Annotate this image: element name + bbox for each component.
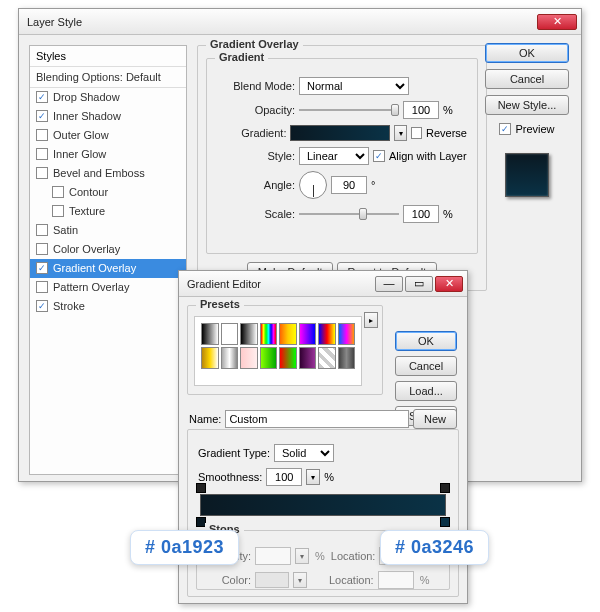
close-icon[interactable]: ✕ [435, 276, 463, 292]
gradient-config-panel: Gradient Type: Solid Smoothness: ▾ % Sto… [187, 429, 459, 597]
align-label: Align with Layer [389, 150, 467, 162]
stop-location-label: Location: [331, 550, 376, 562]
preset-swatch[interactable] [260, 347, 278, 369]
close-icon[interactable]: ✕ [537, 14, 577, 30]
preset-swatch[interactable] [240, 347, 258, 369]
preset-swatch[interactable] [240, 323, 258, 345]
maximize-icon[interactable]: ▭ [405, 276, 433, 292]
style-item-inner-shadow[interactable]: ✓Inner Shadow [30, 107, 186, 126]
style-item-stroke[interactable]: ✓Stroke [30, 297, 186, 316]
ok-button[interactable]: OK [485, 43, 569, 63]
preset-swatch[interactable] [221, 347, 239, 369]
style-item-gradient-overlay[interactable]: ✓Gradient Overlay [30, 259, 186, 278]
smooth-input[interactable] [266, 468, 302, 486]
stop-color-label: Color: [205, 574, 251, 586]
checkbox-icon[interactable] [36, 281, 48, 293]
new-style-button[interactable]: New Style... [485, 95, 569, 115]
checkbox-icon[interactable] [36, 243, 48, 255]
preview-swatch [505, 153, 549, 197]
opacity-label: Opacity: [217, 104, 295, 116]
scale-label: Scale: [217, 208, 295, 220]
blend-mode-label: Blend Mode: [217, 80, 295, 92]
preset-swatch[interactable] [201, 347, 219, 369]
blend-mode-select[interactable]: Normal [299, 77, 409, 95]
gradient-editor-titlebar[interactable]: Gradient Editor — ▭ ✕ [179, 271, 467, 297]
angle-input[interactable] [331, 176, 367, 194]
checkbox-icon[interactable] [36, 148, 48, 160]
opacity-unit: % [443, 104, 453, 116]
name-label: Name: [189, 413, 221, 425]
layer-style-title: Layer Style [27, 16, 535, 28]
preset-swatch[interactable] [201, 323, 219, 345]
ge-cancel-button[interactable]: Cancel [395, 356, 457, 376]
gradient-swatch[interactable] [290, 125, 390, 141]
preset-swatch[interactable] [318, 323, 336, 345]
preset-grid[interactable] [194, 316, 362, 386]
style-item-inner-glow[interactable]: Inner Glow [30, 145, 186, 164]
ge-ok-button[interactable]: OK [395, 331, 457, 351]
angle-label: Angle: [217, 179, 295, 191]
preview-checkbox[interactable]: ✓ [499, 123, 511, 135]
checkbox-icon[interactable] [36, 224, 48, 236]
style-item-texture[interactable]: Texture [30, 202, 186, 221]
name-input[interactable] [225, 410, 409, 428]
align-checkbox[interactable]: ✓ [373, 150, 385, 162]
style-item-pattern-overlay[interactable]: Pattern Overlay [30, 278, 186, 297]
presets-legend: Presets [196, 298, 244, 310]
preset-swatch[interactable] [279, 323, 297, 345]
style-item-bevel-emboss[interactable]: Bevel and Emboss [30, 164, 186, 183]
gradient-sub-legend: Gradient [215, 51, 268, 63]
gradient-bar[interactable] [200, 494, 446, 516]
style-item-satin[interactable]: Satin [30, 221, 186, 240]
gradient-sub-panel: Gradient Blend Mode: Normal Opacity: % G… [206, 58, 478, 254]
blending-options-item[interactable]: Blending Options: Default [30, 67, 186, 88]
opacity-input[interactable] [403, 101, 439, 119]
type-select[interactable]: Solid [274, 444, 334, 462]
preset-swatch[interactable] [338, 347, 356, 369]
callout-color-right: # 0a3246 [380, 530, 489, 565]
ge-load-button[interactable]: Load... [395, 381, 457, 401]
checkbox-icon[interactable] [36, 129, 48, 141]
checkbox-icon[interactable]: ✓ [36, 262, 48, 274]
opacity-slider[interactable] [299, 103, 399, 117]
minimize-icon[interactable]: — [375, 276, 403, 292]
layer-style-titlebar[interactable]: Layer Style ✕ [19, 9, 581, 35]
checkbox-icon[interactable]: ✓ [36, 91, 48, 103]
checkbox-icon[interactable] [52, 186, 64, 198]
cancel-button[interactable]: Cancel [485, 69, 569, 89]
scale-slider[interactable] [299, 207, 399, 221]
scale-unit: % [443, 208, 453, 220]
style-item-outer-glow[interactable]: Outer Glow [30, 126, 186, 145]
scale-input[interactable] [403, 205, 439, 223]
style-item-contour[interactable]: Contour [30, 183, 186, 202]
angle-unit: ° [371, 179, 375, 191]
opacity-stop-left[interactable] [196, 483, 206, 493]
gradient-editor-title: Gradient Editor [187, 278, 373, 290]
chevron-down-icon[interactable]: ▾ [394, 125, 407, 141]
new-button[interactable]: New [413, 409, 457, 429]
styles-header[interactable]: Styles [30, 46, 186, 67]
preset-swatch[interactable] [260, 323, 278, 345]
style-item-color-overlay[interactable]: Color Overlay [30, 240, 186, 259]
stop-location-input-2 [378, 571, 414, 589]
chevron-down-icon: ▾ [293, 572, 307, 588]
opacity-stop-right[interactable] [440, 483, 450, 493]
preset-swatch[interactable] [221, 323, 239, 345]
presets-menu-icon[interactable]: ▸ [364, 312, 378, 328]
reverse-checkbox[interactable] [411, 127, 422, 139]
chevron-down-icon[interactable]: ▾ [306, 469, 320, 485]
style-select[interactable]: Linear [299, 147, 369, 165]
preset-swatch[interactable] [279, 347, 297, 369]
color-stop-right[interactable] [440, 517, 450, 527]
angle-dial[interactable] [299, 171, 327, 199]
checkbox-icon[interactable]: ✓ [36, 110, 48, 122]
preset-swatch[interactable] [299, 323, 317, 345]
preset-swatch[interactable] [318, 347, 336, 369]
preset-swatch[interactable] [299, 347, 317, 369]
checkbox-icon[interactable] [36, 167, 48, 179]
checkbox-icon[interactable]: ✓ [36, 300, 48, 312]
style-item-drop-shadow[interactable]: ✓Drop Shadow [30, 88, 186, 107]
checkbox-icon[interactable] [52, 205, 64, 217]
stop-color-swatch [255, 572, 289, 588]
preset-swatch[interactable] [338, 323, 356, 345]
